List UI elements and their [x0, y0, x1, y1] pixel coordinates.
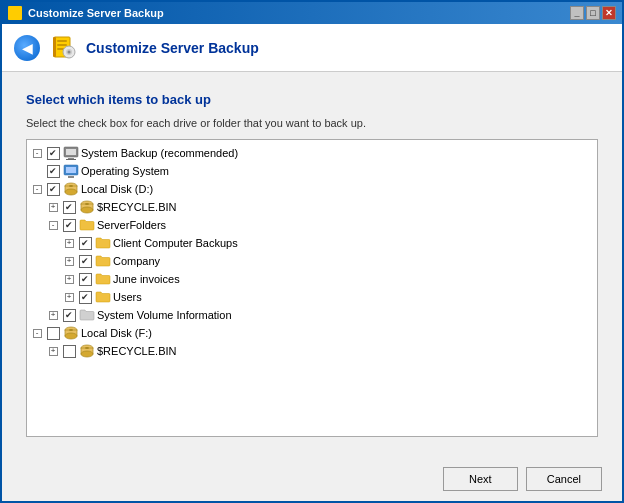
svg-rect-13 — [66, 167, 76, 173]
checkbox-wrap[interactable] — [61, 217, 77, 233]
close-button[interactable]: ✕ — [602, 6, 616, 20]
checkbox[interactable] — [47, 165, 60, 178]
tree-item-label: Client Computer Backups — [113, 237, 238, 249]
tree-row[interactable]: Operating System — [29, 162, 595, 180]
maximize-button[interactable]: □ — [586, 6, 600, 20]
svg-point-26 — [69, 329, 73, 331]
svg-point-29 — [81, 351, 93, 357]
tree-item-label: $RECYCLE.BIN — [97, 201, 176, 213]
expander-button[interactable]: + — [61, 253, 77, 269]
folder-sys-icon — [79, 307, 95, 323]
title-bar-icon — [8, 6, 22, 20]
title-bar-left: Customize Server Backup — [8, 6, 164, 20]
tree-row[interactable]: -ServerFolders — [29, 216, 595, 234]
next-button[interactable]: Next — [443, 467, 518, 491]
title-buttons: _ □ ✕ — [570, 6, 616, 20]
checkbox[interactable] — [47, 183, 60, 196]
checkbox[interactable] — [47, 327, 60, 340]
expander-button[interactable]: - — [29, 181, 45, 197]
svg-rect-11 — [66, 159, 76, 160]
tree-row[interactable]: +Users — [29, 288, 595, 306]
expander-button[interactable]: + — [61, 235, 77, 251]
header-title: Customize Server Backup — [86, 40, 259, 56]
os-icon — [63, 163, 79, 179]
tree-row[interactable]: +Company — [29, 252, 595, 270]
sysbackup-icon — [63, 145, 79, 161]
checkbox-wrap[interactable] — [77, 235, 93, 251]
tree-item-label: June invoices — [113, 273, 180, 285]
tree-view[interactable]: -System Backup (recommended)Operating Sy… — [26, 139, 598, 437]
cancel-button[interactable]: Cancel — [526, 467, 602, 491]
checkbox[interactable] — [79, 273, 92, 286]
expander-button[interactable]: + — [45, 307, 61, 323]
title-bar: Customize Server Backup _ □ ✕ — [2, 2, 622, 24]
header-bar: ◀ Customize Server Backup — [2, 24, 622, 72]
checkbox-wrap[interactable] — [45, 145, 61, 161]
svg-rect-1 — [57, 40, 67, 42]
svg-point-21 — [81, 207, 93, 213]
expander-button[interactable]: + — [45, 199, 61, 215]
checkbox-wrap[interactable] — [61, 343, 77, 359]
expander-button[interactable]: + — [45, 343, 61, 359]
expander-button[interactable]: - — [45, 217, 61, 233]
folder-icon — [95, 289, 111, 305]
svg-point-22 — [85, 203, 89, 205]
tree-item-label: Company — [113, 255, 160, 267]
folder-icon — [95, 235, 111, 251]
folder-icon — [79, 217, 95, 233]
tree-item-label: $RECYCLE.BIN — [97, 345, 176, 357]
folder-icon — [95, 253, 111, 269]
checkbox[interactable] — [79, 255, 92, 268]
tree-row[interactable]: +June invoices — [29, 270, 595, 288]
expander-button[interactable]: - — [29, 325, 45, 341]
checkbox[interactable] — [79, 291, 92, 304]
checkbox-wrap[interactable] — [45, 325, 61, 341]
svg-rect-9 — [66, 149, 76, 155]
checkbox[interactable] — [79, 237, 92, 250]
header-icon — [50, 34, 78, 62]
checkbox[interactable] — [63, 219, 76, 232]
tree-row[interactable]: +$RECYCLE.BIN — [29, 342, 595, 360]
checkbox[interactable] — [63, 201, 76, 214]
tree-item-label: Users — [113, 291, 142, 303]
disk-icon — [63, 325, 79, 341]
checkbox-wrap[interactable] — [45, 181, 61, 197]
tree-row[interactable]: -System Backup (recommended) — [29, 144, 595, 162]
svg-point-30 — [85, 347, 89, 349]
checkbox[interactable] — [47, 147, 60, 160]
svg-rect-4 — [53, 37, 56, 57]
svg-rect-2 — [57, 44, 67, 46]
tree-row[interactable]: +System Volume Information — [29, 306, 595, 324]
expander-button[interactable]: + — [61, 289, 77, 305]
checkbox-wrap[interactable] — [61, 307, 77, 323]
tree-row[interactable]: -Local Disk (F:) — [29, 324, 595, 342]
tree-item-label: System Backup (recommended) — [81, 147, 238, 159]
tree-row[interactable]: +$RECYCLE.BIN — [29, 198, 595, 216]
svg-point-25 — [65, 333, 77, 339]
checkbox[interactable] — [63, 309, 76, 322]
back-button[interactable]: ◀ — [14, 35, 40, 61]
header-icon-title: Customize Server Backup — [50, 34, 259, 62]
checkbox-wrap[interactable] — [77, 289, 93, 305]
content-area: Select which items to back up Select the… — [2, 72, 622, 457]
checkbox-wrap[interactable] — [61, 199, 77, 215]
minimize-button[interactable]: _ — [570, 6, 584, 20]
svg-point-7 — [68, 50, 71, 53]
checkbox-wrap[interactable] — [77, 253, 93, 269]
footer: Next Cancel — [2, 457, 622, 501]
tree-item-label: Local Disk (F:) — [81, 327, 152, 339]
checkbox-wrap[interactable] — [77, 271, 93, 287]
tree-row[interactable]: +Client Computer Backups — [29, 234, 595, 252]
tree-item-label: Local Disk (D:) — [81, 183, 153, 195]
svg-point-18 — [69, 185, 73, 187]
svg-point-17 — [65, 189, 77, 195]
folder-icon — [95, 271, 111, 287]
tree-row[interactable]: -Local Disk (D:) — [29, 180, 595, 198]
title-bar-text: Customize Server Backup — [28, 7, 164, 19]
checkbox-wrap[interactable] — [45, 163, 61, 179]
expander-button[interactable]: + — [61, 271, 77, 287]
checkbox[interactable] — [63, 345, 76, 358]
disk-icon — [79, 343, 95, 359]
expander-button[interactable]: - — [29, 145, 45, 161]
main-window: Customize Server Backup _ □ ✕ ◀ Customiz… — [0, 0, 624, 503]
